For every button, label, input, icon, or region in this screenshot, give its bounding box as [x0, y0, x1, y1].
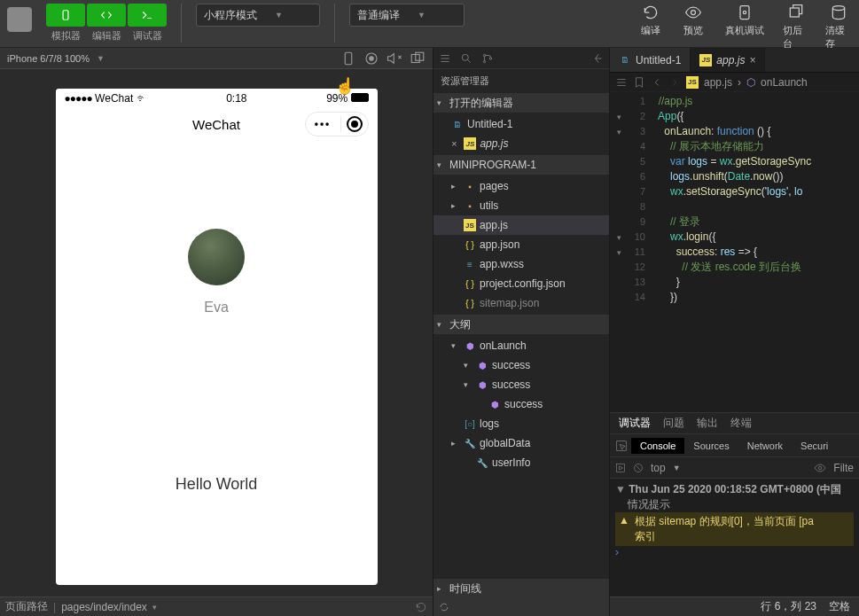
dbg-tab[interactable]: 问题 — [663, 416, 684, 431]
filter-input[interactable]: Filte — [833, 462, 854, 474]
device-icon[interactable] — [340, 51, 356, 66]
outline-item[interactable]: ⬢success — [433, 394, 609, 414]
open-editors-header[interactable]: ▾打开的编辑器 — [433, 93, 609, 113]
carrier-label: WeChat — [95, 92, 133, 105]
indent-label[interactable]: 空格 — [829, 599, 850, 614]
dbg-subtab[interactable]: Console — [631, 438, 684, 454]
menu-icon[interactable]: ••• — [306, 118, 340, 130]
mode-select[interactable]: 小程序模式▼ — [196, 4, 320, 27]
svg-point-18 — [819, 466, 823, 470]
collapse-icon[interactable] — [591, 52, 604, 65]
editor-tabs: 🗎Untitled-1 JSapp.js× — [610, 48, 859, 73]
simulator-button[interactable] — [46, 4, 85, 27]
path-bar: 页面路径 | pages/index/index ▾ — [0, 597, 433, 616]
compile-action[interactable]: 编译 — [637, 4, 664, 37]
explorer-footer — [433, 598, 609, 616]
wifi-icon: ᯤ — [137, 92, 147, 105]
tree-item[interactable]: { }project.config.json — [433, 274, 609, 293]
tree-item[interactable]: { }app.json — [433, 235, 609, 254]
pathbar-value[interactable]: pages/index/index — [61, 601, 147, 613]
code-editor[interactable]: ▾▾▾▾ 1234567891011121314 //app.js App({ … — [610, 92, 859, 412]
explorer-header — [433, 48, 609, 69]
play-icon[interactable] — [615, 463, 626, 473]
debugger-button[interactable] — [128, 4, 167, 27]
context-select[interactable]: top — [651, 462, 666, 474]
breadcrumb-file[interactable]: app.js — [704, 76, 732, 89]
debug-filter: top ▼ Filte — [610, 457, 859, 479]
capsule-button[interactable]: ••• — [305, 112, 369, 136]
svg-rect-4 — [790, 8, 799, 17]
outline-item[interactable]: ▾⬢success — [433, 375, 609, 394]
svg-rect-0 — [63, 11, 68, 20]
forward-icon[interactable] — [668, 76, 681, 89]
timeline-header[interactable]: ▸时间线 — [433, 579, 609, 598]
editor-panel: 🗎Untitled-1 JSapp.js× JS app.js › ⬡ onLa… — [610, 48, 859, 616]
background-action[interactable]: 切后台 — [783, 4, 809, 51]
sync-icon[interactable] — [439, 602, 449, 612]
svg-point-1 — [691, 11, 696, 15]
device-label[interactable]: iPhone 6/7/8 100% — [7, 53, 90, 64]
back-icon[interactable] — [651, 76, 663, 89]
nickname-label: Eva — [204, 300, 229, 316]
outline-header[interactable]: ▾大纲 — [433, 315, 609, 334]
clearcache-action[interactable]: 清缓存 — [825, 4, 852, 51]
bookmark-icon[interactable] — [633, 76, 645, 89]
outline-item[interactable]: ▾⬢onLaunch — [433, 336, 609, 355]
editor-tab[interactable]: 🗎Untitled-1 — [610, 48, 691, 72]
tree-item[interactable]: JSapp.js — [433, 215, 609, 235]
dbg-tab[interactable]: 输出 — [697, 416, 718, 431]
branch-icon[interactable] — [481, 52, 494, 65]
outline-item[interactable]: [○]logs — [433, 414, 609, 433]
dbg-subtab[interactable]: Securi — [792, 438, 837, 454]
svg-rect-6 — [345, 52, 352, 65]
record-icon[interactable] — [363, 51, 379, 66]
divider — [334, 4, 335, 43]
tree-item[interactable]: ≡app.wxss — [433, 254, 609, 274]
inspect-icon[interactable] — [615, 440, 628, 452]
clear-icon[interactable] — [633, 463, 644, 473]
debug-subtabs: ConsoleSourcesNetworkSecuri — [610, 434, 859, 457]
outline-item[interactable]: 🔧userInfo — [433, 453, 609, 472]
tree-item[interactable]: ▸▪pages — [433, 176, 609, 196]
svg-rect-2 — [740, 6, 749, 19]
project-header[interactable]: ▾MINIPROGRAM-1 — [433, 155, 609, 175]
outline-item[interactable]: ▸🔧globalData — [433, 433, 609, 453]
svg-point-3 — [743, 11, 746, 13]
user-avatar[interactable] — [7, 7, 32, 32]
preview-action[interactable]: 预览 — [680, 4, 707, 37]
tree-item[interactable]: { }sitemap.json — [433, 293, 609, 313]
svg-point-14 — [489, 57, 491, 58]
close-icon[interactable] — [347, 116, 363, 132]
tree-item[interactable]: ▸▪utils — [433, 196, 609, 215]
breadcrumb: JS app.js › ⬡ onLaunch — [610, 73, 859, 92]
console-output[interactable]: ▼ Thu Jun 25 2020 00:18:52 GMT+0800 (中国 … — [610, 479, 859, 597]
list-icon[interactable] — [439, 52, 451, 65]
outline-item[interactable]: ▾⬢success — [433, 355, 609, 375]
dbg-subtab[interactable]: Sources — [684, 438, 738, 454]
editor-tab[interactable]: JSapp.js× — [691, 48, 765, 72]
eye-icon[interactable] — [814, 462, 826, 474]
search-icon[interactable] — [460, 52, 472, 65]
debug-tabs: 调试器问题输出终端 — [610, 413, 859, 434]
explorer-panel: 资源管理器 ▾打开的编辑器 🗎Untitled-1 × JSapp.js ▾MI… — [433, 48, 610, 616]
simulator-stage: ☝ ●●●●● WeChat ᯤ 0:18 99% WeChat ••• — [0, 69, 433, 597]
mute-icon[interactable] — [387, 51, 402, 66]
menu-icon[interactable] — [615, 76, 628, 89]
cursor-position[interactable]: 行 6，列 23 — [761, 599, 816, 614]
simulator-label: 模拟器 — [51, 29, 81, 43]
dbg-subtab[interactable]: Network — [738, 438, 792, 454]
realdevice-action[interactable]: 真机调试 — [722, 4, 767, 37]
page-content: Eva Hello World — [56, 140, 378, 585]
nav-bar: WeChat ••• — [56, 108, 378, 140]
refresh-icon[interactable] — [415, 601, 427, 613]
open-file-item[interactable]: 🗎Untitled-1 — [433, 114, 609, 134]
open-file-item[interactable]: × JSapp.js — [433, 134, 609, 153]
console-timestamp: Thu Jun 25 2020 00:18:52 GMT+0800 (中国 — [629, 483, 841, 495]
editor-button[interactable] — [87, 4, 126, 27]
dbg-tab[interactable]: 终端 — [730, 416, 752, 431]
dbg-tab[interactable]: 调试器 — [619, 416, 651, 431]
compile-select[interactable]: 普通编译▼ — [349, 4, 465, 27]
avatar[interactable] — [188, 229, 245, 285]
detach-icon[interactable] — [410, 51, 426, 66]
breadcrumb-symbol[interactable]: onLaunch — [761, 76, 808, 89]
